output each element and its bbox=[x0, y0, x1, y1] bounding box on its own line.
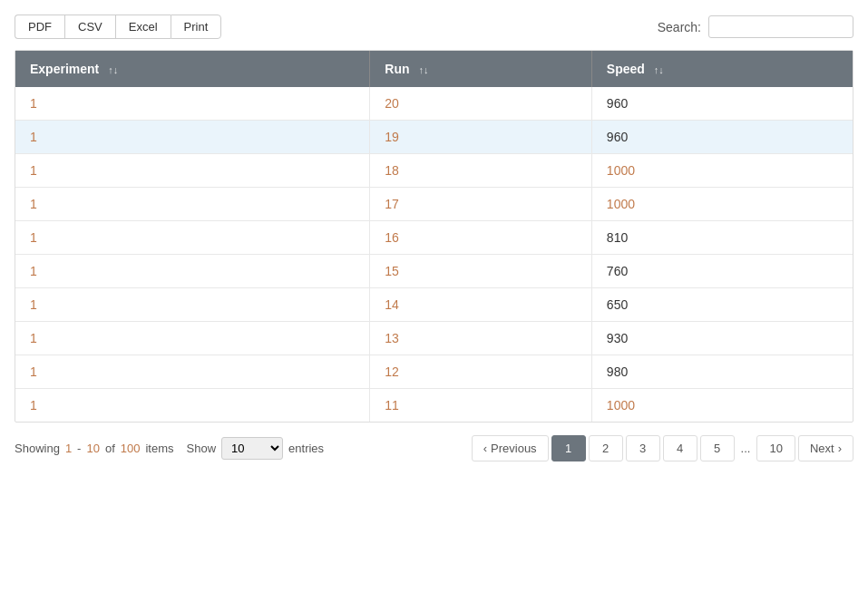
table-row: 1171000 bbox=[15, 188, 853, 221]
table-row: 112980 bbox=[15, 355, 853, 389]
cell-run: 15 bbox=[370, 255, 592, 288]
data-table: Experiment ↑↓ Run ↑↓ Speed ↑↓ 1209601199… bbox=[15, 51, 853, 422]
table-row: 114650 bbox=[15, 288, 853, 322]
showing-text: Showing bbox=[15, 442, 60, 455]
col-header-speed[interactable]: Speed ↑↓ bbox=[591, 51, 853, 87]
page-button-3[interactable]: 3 bbox=[626, 435, 660, 461]
search-area: Search: bbox=[658, 15, 853, 38]
search-label: Search: bbox=[658, 20, 701, 34]
cell-run: 14 bbox=[370, 288, 592, 322]
bottom-bar: Showing 1 - 10 of 100 items Show 1025501… bbox=[15, 435, 853, 461]
page-button-1[interactable]: 1 bbox=[551, 435, 586, 461]
cell-speed: 980 bbox=[591, 355, 853, 389]
table-row: 116810 bbox=[15, 221, 853, 255]
cell-run: 11 bbox=[370, 389, 592, 423]
cell-speed: 1000 bbox=[591, 389, 853, 423]
entries-text: entries bbox=[288, 442, 324, 455]
col-experiment-label: Experiment bbox=[30, 62, 99, 76]
col-header-experiment[interactable]: Experiment ↑↓ bbox=[15, 51, 370, 87]
cell-experiment: 1 bbox=[15, 121, 370, 154]
next-label: Next bbox=[810, 442, 834, 455]
cell-run: 17 bbox=[370, 188, 592, 221]
col-run-label: Run bbox=[385, 62, 409, 76]
cell-experiment: 1 bbox=[15, 322, 370, 355]
page-button-4[interactable]: 4 bbox=[663, 435, 697, 461]
table-row: 119960 bbox=[15, 121, 853, 154]
cell-experiment: 1 bbox=[15, 288, 370, 322]
cell-experiment: 1 bbox=[15, 87, 370, 121]
page-button-2[interactable]: 2 bbox=[589, 435, 623, 461]
range-sep: - bbox=[77, 442, 81, 455]
next-button[interactable]: Next › bbox=[798, 435, 853, 461]
items-text: items bbox=[145, 442, 173, 455]
of-text: of bbox=[105, 442, 115, 455]
table-header-row: Experiment ↑↓ Run ↑↓ Speed ↑↓ bbox=[15, 51, 853, 87]
pdf-button[interactable]: PDF bbox=[15, 15, 64, 39]
cell-speed: 650 bbox=[591, 288, 853, 322]
cell-run: 18 bbox=[370, 154, 592, 188]
cell-experiment: 1 bbox=[15, 188, 370, 221]
print-button[interactable]: Print bbox=[171, 15, 222, 39]
showing-info: Showing 1 - 10 of 100 items Show 1025501… bbox=[15, 437, 324, 460]
excel-button[interactable]: Excel bbox=[115, 15, 171, 39]
cell-speed: 960 bbox=[591, 87, 853, 121]
cell-run: 12 bbox=[370, 355, 592, 389]
total-items: 100 bbox=[121, 442, 141, 455]
search-input[interactable] bbox=[708, 15, 853, 38]
next-chevron-icon: › bbox=[838, 442, 842, 455]
prev-chevron-icon: ‹ bbox=[483, 442, 487, 455]
top-bar: PDF CSV Excel Print Search: bbox=[15, 15, 853, 39]
cell-speed: 1000 bbox=[591, 188, 853, 221]
page-button-5[interactable]: 5 bbox=[700, 435, 735, 461]
cell-speed: 1000 bbox=[591, 154, 853, 188]
cell-experiment: 1 bbox=[15, 389, 370, 423]
range-end: 10 bbox=[86, 442, 99, 455]
cell-run: 16 bbox=[370, 221, 592, 255]
cell-experiment: 1 bbox=[15, 221, 370, 255]
cell-speed: 810 bbox=[591, 221, 853, 255]
export-buttons: PDF CSV Excel Print bbox=[15, 15, 221, 39]
sort-icon-run: ↑↓ bbox=[418, 64, 428, 75]
table-row: 113930 bbox=[15, 322, 853, 355]
table-row: 1111000 bbox=[15, 389, 853, 423]
table-wrapper: Experiment ↑↓ Run ↑↓ Speed ↑↓ 1209601199… bbox=[15, 50, 853, 423]
cell-experiment: 1 bbox=[15, 355, 370, 389]
cell-experiment: 1 bbox=[15, 154, 370, 188]
entries-select[interactable]: 102550100 bbox=[221, 437, 283, 460]
cell-experiment: 1 bbox=[15, 255, 370, 288]
sort-icon-speed: ↑↓ bbox=[654, 64, 664, 75]
page-button-10[interactable]: 10 bbox=[756, 435, 795, 461]
pagination: ‹ Previous 1 2 3 4 5 ... 10 Next › bbox=[472, 435, 853, 461]
cell-run: 13 bbox=[370, 322, 592, 355]
previous-label: Previous bbox=[491, 442, 537, 455]
cell-run: 19 bbox=[370, 121, 592, 154]
previous-button[interactable]: ‹ Previous bbox=[472, 435, 549, 461]
cell-speed: 930 bbox=[591, 322, 853, 355]
cell-speed: 960 bbox=[591, 121, 853, 154]
range-start: 1 bbox=[65, 442, 72, 455]
page-dots: ... bbox=[737, 436, 755, 461]
entries-select-wrap: 102550100 bbox=[221, 437, 283, 460]
show-text: Show bbox=[187, 442, 217, 455]
csv-button[interactable]: CSV bbox=[64, 15, 115, 39]
table-row: 120960 bbox=[15, 87, 853, 121]
table-row: 1181000 bbox=[15, 154, 853, 188]
col-header-run[interactable]: Run ↑↓ bbox=[370, 51, 592, 87]
sort-icon-experiment: ↑↓ bbox=[108, 64, 118, 75]
col-speed-label: Speed bbox=[607, 62, 645, 76]
cell-run: 20 bbox=[370, 87, 592, 121]
cell-speed: 760 bbox=[591, 255, 853, 288]
table-row: 115760 bbox=[15, 255, 853, 288]
